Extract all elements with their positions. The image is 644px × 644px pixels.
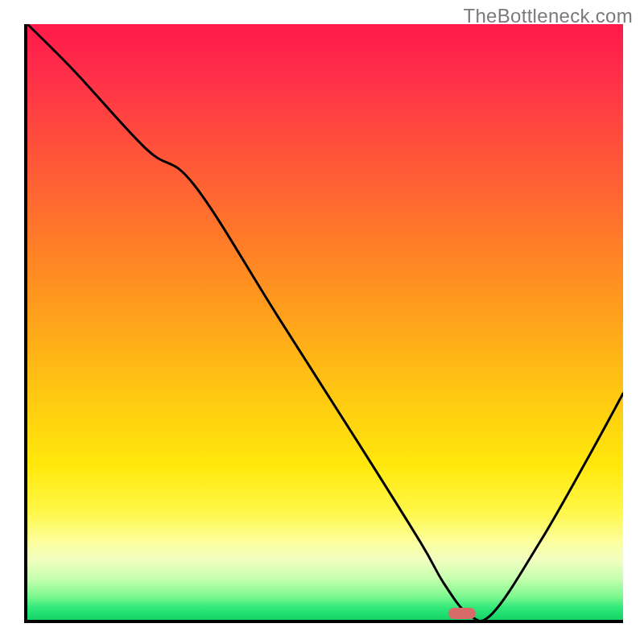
watermark-text: TheBottleneck.com (463, 5, 633, 27)
chart-container: TheBottleneck.com (0, 0, 644, 644)
min-marker (448, 608, 476, 619)
bottleneck-curve (27, 24, 623, 620)
plot-area (24, 24, 623, 623)
